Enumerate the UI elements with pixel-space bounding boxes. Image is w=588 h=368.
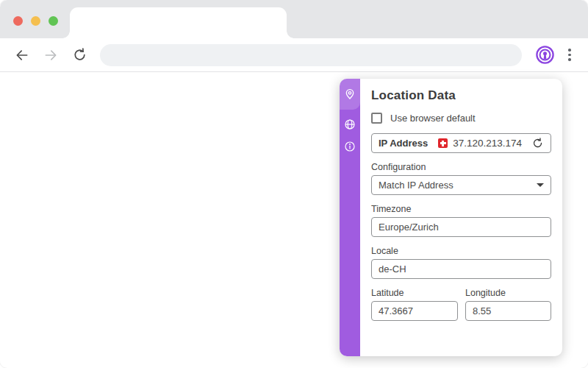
- back-arrow-icon: [15, 48, 29, 63]
- location-data-popup: Location Data Use browser default IP Add…: [340, 79, 562, 356]
- minimize-button[interactable]: [31, 16, 40, 26]
- browser-window: Location Data Use browser default IP Add…: [0, 0, 588, 368]
- latitude-group: Latitude: [371, 288, 458, 321]
- timezone-input[interactable]: [371, 217, 551, 237]
- chevron-down-icon: [537, 183, 544, 187]
- popup-sidebar: [340, 79, 360, 356]
- refresh-ip-button[interactable]: [531, 137, 544, 150]
- popup-body: Location Data Use browser default IP Add…: [360, 79, 562, 356]
- privacy-extension-icon: [535, 45, 555, 65]
- browser-tab[interactable]: [70, 7, 287, 38]
- locale-label: Locale: [371, 246, 551, 256]
- use-browser-default-checkbox[interactable]: [371, 113, 382, 124]
- configuration-selected-value: Match IP Address: [379, 180, 453, 191]
- coordinates-row: Latitude Longitude: [371, 288, 551, 321]
- kebab-dot: [568, 58, 571, 61]
- ip-address-field: IP Address 37.120.213.174: [371, 133, 551, 153]
- timezone-label: Timezone: [371, 204, 551, 214]
- forward-arrow-icon: [43, 48, 58, 63]
- switzerland-flag-icon: [438, 138, 448, 148]
- page-content: Location Data Use browser default IP Add…: [0, 72, 588, 367]
- back-button[interactable]: [13, 46, 31, 64]
- kebab-dot: [568, 49, 571, 52]
- longitude-group: Longitude: [465, 288, 551, 321]
- browser-menu-button[interactable]: [562, 44, 578, 66]
- configuration-label: Configuration: [371, 162, 551, 172]
- sidebar-tab-info[interactable]: [340, 135, 360, 158]
- ip-address-value: 37.120.213.174: [453, 138, 531, 149]
- latitude-label: Latitude: [371, 288, 458, 298]
- sidebar-tab-location[interactable]: [340, 79, 360, 110]
- globe-icon: [344, 118, 356, 130]
- timezone-group: Timezone: [371, 204, 551, 237]
- latitude-input[interactable]: [371, 301, 458, 321]
- reload-icon: [73, 48, 87, 62]
- longitude-label: Longitude: [465, 288, 551, 298]
- forward-button[interactable]: [42, 46, 60, 64]
- close-button[interactable]: [13, 16, 23, 26]
- configuration-select[interactable]: Match IP Address: [371, 175, 551, 195]
- maximize-button[interactable]: [49, 16, 58, 26]
- privacy-extension-button[interactable]: [534, 44, 556, 66]
- sidebar-tab-globe[interactable]: [340, 113, 360, 135]
- reload-button[interactable]: [71, 46, 88, 64]
- info-icon: [344, 141, 356, 152]
- title-bar: [0, 0, 588, 38]
- refresh-icon: [532, 138, 543, 149]
- ip-address-label: IP Address: [379, 138, 428, 149]
- popup-title: Location Data: [371, 88, 551, 103]
- browser-toolbar: [0, 38, 588, 72]
- location-pin-icon: [344, 88, 356, 100]
- configuration-group: Configuration Match IP Address: [371, 162, 551, 195]
- window-controls: [13, 16, 58, 26]
- use-browser-default-row: Use browser default: [371, 113, 551, 124]
- locale-input[interactable]: [371, 259, 551, 279]
- locale-group: Locale: [371, 246, 551, 279]
- use-browser-default-label: Use browser default: [390, 113, 476, 124]
- longitude-input[interactable]: [465, 301, 551, 321]
- kebab-dot: [568, 54, 571, 57]
- address-bar[interactable]: [100, 44, 522, 66]
